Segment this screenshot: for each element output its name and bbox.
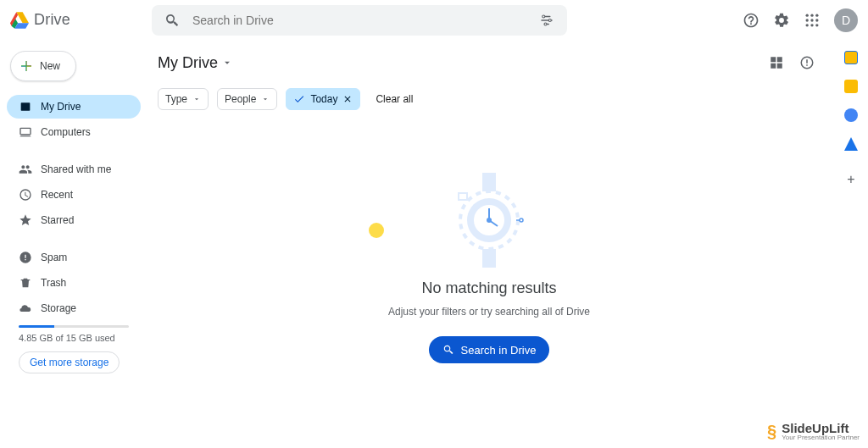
chip-label: Today (310, 93, 337, 105)
topbar: Drive D (0, 0, 868, 41)
search-bar[interactable] (152, 5, 567, 36)
caret-down-icon (221, 57, 233, 69)
watermark-subtitle: Your Presentation Partner (782, 434, 860, 441)
sidebar-item-recent[interactable]: Recent (7, 183, 141, 207)
svg-rect-12 (21, 102, 31, 110)
logo-area[interactable]: Drive (10, 11, 142, 30)
clear-all-button[interactable]: Clear all (376, 93, 413, 105)
watermark-logo-icon: § (767, 422, 776, 441)
svg-point-2 (544, 23, 547, 25)
filter-type[interactable]: Type (158, 88, 209, 110)
storage-text: 4.85 GB of 15 GB used (19, 333, 129, 343)
account-avatar[interactable]: D (834, 8, 858, 32)
main-content: My Drive Type People (144, 41, 834, 448)
get-storage-button[interactable]: Get more storage (19, 351, 120, 373)
check-icon (293, 93, 305, 105)
new-button-label: New (40, 60, 60, 72)
empty-title: No matching results (421, 279, 556, 297)
sidebar-item-label: Computers (41, 126, 91, 138)
cta-label: Search in Drive (461, 344, 537, 357)
filter-people[interactable]: People (217, 88, 277, 110)
sidebar-item-trash[interactable]: Trash (7, 271, 141, 295)
settings-gear-icon[interactable] (768, 7, 795, 34)
svg-rect-21 (459, 193, 467, 200)
sidebar-item-label: Recent (41, 189, 73, 201)
drive-logo-icon (10, 11, 29, 30)
svg-rect-13 (482, 173, 496, 191)
sidebar-item-label: Trash (41, 277, 66, 289)
layout-grid-icon[interactable] (763, 49, 790, 76)
new-button[interactable]: New (10, 51, 76, 81)
svg-point-7 (810, 19, 813, 21)
sidebar-item-label: Spam (41, 252, 67, 263)
svg-point-6 (806, 19, 809, 21)
svg-point-10 (810, 24, 813, 26)
filter-today[interactable]: Today (286, 88, 360, 110)
search-icon[interactable] (159, 7, 186, 34)
watermark: § SlideUpLift Your Presentation Partner (767, 422, 860, 441)
close-icon[interactable] (342, 94, 353, 104)
svg-point-9 (806, 24, 809, 26)
svg-point-22 (520, 218, 523, 222)
empty-state: No matching results Adjust your filters … (158, 110, 821, 448)
apps-grid-icon[interactable] (798, 7, 826, 34)
top-right-actions: D (737, 7, 858, 34)
sidebar-item-label: Shared with me (41, 163, 111, 175)
caret-down-icon (261, 95, 270, 103)
sidebar-item-starred[interactable]: Starred (7, 208, 141, 232)
watermark-title: SlideUpLift (782, 422, 860, 434)
breadcrumb-my-drive[interactable]: My Drive (158, 54, 233, 72)
addon-keep-icon[interactable] (844, 80, 858, 93)
search-input[interactable] (192, 14, 526, 27)
help-icon[interactable] (737, 7, 765, 34)
chip-label: Type (165, 93, 187, 105)
svg-point-8 (815, 19, 818, 21)
addon-add-icon[interactable]: + (844, 173, 858, 186)
sidebar-item-label: My Drive (41, 101, 81, 113)
addon-calendar-icon[interactable] (844, 51, 858, 64)
svg-point-11 (815, 24, 818, 26)
product-name: Drive (34, 11, 70, 29)
caret-down-icon (192, 95, 201, 103)
filters-row: Type People Today Clear all (158, 88, 821, 110)
page-title: My Drive (158, 54, 218, 72)
svg-point-3 (806, 14, 809, 16)
chip-label: People (225, 93, 256, 105)
info-icon[interactable] (793, 49, 821, 76)
sidebar-item-my-drive[interactable]: My Drive (7, 95, 141, 119)
sidebar: New My Drive Computers Shared with me Re… (0, 41, 144, 448)
sidebar-item-storage[interactable]: Storage (7, 296, 141, 320)
empty-watch-illustration (434, 169, 544, 271)
svg-point-1 (548, 19, 551, 21)
svg-point-0 (542, 15, 545, 18)
plus-icon (19, 59, 33, 73)
svg-point-4 (810, 14, 813, 16)
sidebar-item-shared[interactable]: Shared with me (7, 158, 141, 181)
search-options-icon[interactable] (533, 7, 560, 34)
addon-tasks-icon[interactable] (844, 108, 858, 122)
storage-meter (19, 325, 129, 328)
empty-subtitle: Adjust your filters or try searching all… (388, 306, 590, 318)
search-in-drive-button[interactable]: Search in Drive (429, 336, 550, 363)
svg-rect-14 (482, 249, 496, 268)
sidebar-item-label: Starred (41, 214, 74, 226)
sidebar-item-computers[interactable]: Computers (7, 120, 141, 144)
addon-panel: + (834, 41, 868, 448)
cursor-highlight (369, 223, 384, 238)
search-icon (442, 344, 454, 356)
svg-point-5 (815, 14, 818, 16)
sidebar-item-spam[interactable]: Spam (7, 246, 141, 269)
sidebar-item-label: Storage (41, 302, 76, 314)
addon-contacts-icon[interactable] (844, 137, 858, 151)
